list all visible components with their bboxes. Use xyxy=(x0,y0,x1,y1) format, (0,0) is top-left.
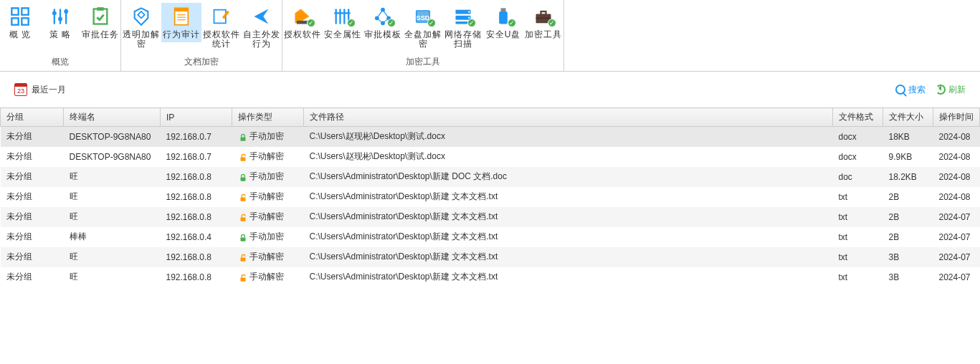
approval-icon xyxy=(90,6,111,27)
col-op-time[interactable]: 操作时间 xyxy=(933,108,980,127)
cell-terminal: 旺 xyxy=(64,267,161,287)
cell-size: 2B xyxy=(883,207,933,227)
svg-rect-42 xyxy=(541,11,546,15)
ribbon-button-label: 行为审计 xyxy=(163,30,200,39)
col-op-type[interactable]: 操作类型 xyxy=(232,108,304,127)
svg-point-7 xyxy=(52,11,57,15)
policy-icon xyxy=(49,6,71,27)
table-row[interactable]: 未分组旺192.168.0.8 手动解密C:\Users\Administrat… xyxy=(1,247,980,267)
lock-closed-icon xyxy=(238,173,247,181)
cell-size: 2B xyxy=(883,187,933,207)
col-path[interactable]: 文件路径 xyxy=(304,108,833,127)
ribbon-template-button[interactable]: ✓审批模板 xyxy=(363,3,403,42)
cell-ip: 192.168.0.8 xyxy=(161,167,232,187)
ribbon-software-stats-button[interactable]: 授权软件统计 xyxy=(201,3,242,52)
cell-ip: 192.168.0.8 xyxy=(161,187,232,207)
cell-format: txt xyxy=(833,207,883,227)
cell-terminal: 旺 xyxy=(64,187,161,207)
col-terminal[interactable]: 终端名 xyxy=(64,108,161,127)
op-type-label: 手动解密 xyxy=(249,211,284,223)
audit-icon xyxy=(171,6,192,27)
cell-terminal: 旺 xyxy=(64,247,161,267)
cell-size: 18KB xyxy=(883,127,933,147)
ribbon-group: 透明加解密行为审计授权软件统计自主外发行为文档加密 xyxy=(121,0,282,71)
cell-op-type: 手动解密 xyxy=(232,187,304,207)
ribbon-policy-button[interactable]: 策 略 xyxy=(40,3,80,42)
table-row[interactable]: 未分组旺192.168.0.8 手动加密C:\Users\Administrat… xyxy=(1,167,980,187)
cell-terminal: 旺 xyxy=(64,207,161,227)
lock-open-icon xyxy=(238,193,247,201)
ribbon-button-label: 加密工具 xyxy=(525,30,562,39)
audit-table: 分组 终端名 IP 操作类型 文件路径 文件格式 文件大小 操作时间 未分组DE… xyxy=(0,107,980,287)
ribbon-full-disk-button[interactable]: SSD✓全盘加解密 xyxy=(403,3,443,52)
cell-size: 9.9KB xyxy=(883,147,933,167)
svg-rect-0 xyxy=(11,8,18,14)
cell-group: 未分组 xyxy=(1,167,64,187)
col-size[interactable]: 文件大小 xyxy=(883,108,933,127)
cell-group: 未分组 xyxy=(1,127,64,147)
ribbon-net-storage-button[interactable]: ✓网络存储扫描 xyxy=(443,3,483,52)
cell-op-time: 2024-08 xyxy=(933,167,980,187)
lock-open-icon xyxy=(238,213,247,221)
cell-ip: 192.168.0.8 xyxy=(161,247,232,267)
cell-size: 3B xyxy=(883,267,933,287)
shield-badge-icon: ✓ xyxy=(427,19,436,27)
table-row[interactable]: 未分组旺192.168.0.8 手动解密C:\Users\Administrat… xyxy=(1,267,980,287)
refresh-button[interactable]: 刷新 xyxy=(936,84,966,96)
refresh-label: 刷新 xyxy=(948,84,966,96)
cell-op-time: 2024-07 xyxy=(933,247,980,267)
op-type-label: 手动解密 xyxy=(249,251,284,263)
cell-path: C:\Users\赵现彬\Desktop\测试.docx xyxy=(304,127,833,147)
date-range-picker[interactable]: 23 最近一月 xyxy=(14,83,66,96)
ribbon-outgoing-button[interactable]: 自主外发行为 xyxy=(242,3,282,52)
cell-group: 未分组 xyxy=(1,147,64,167)
ribbon-auth-software-button[interactable]: ✓授权软件 xyxy=(282,3,323,42)
cell-ip: 192.168.0.7 xyxy=(161,127,232,147)
col-group[interactable]: 分组 xyxy=(1,108,64,127)
ribbon-overview-button[interactable]: 概 览 xyxy=(0,3,40,42)
cell-size: 3B xyxy=(883,247,933,267)
svg-line-28 xyxy=(377,10,383,19)
table-row[interactable]: 未分组旺192.168.0.8 手动解密C:\Users\Administrat… xyxy=(1,207,980,227)
ribbon-audit-button[interactable]: 行为审计 xyxy=(161,3,201,42)
cell-format: txt xyxy=(833,267,883,287)
ribbon-group-label: 文档加密 xyxy=(121,53,282,71)
cell-terminal: 棒棒 xyxy=(64,227,161,247)
col-ip[interactable]: IP xyxy=(161,108,232,127)
ribbon-transparent-button[interactable]: 透明加解密 xyxy=(121,3,161,52)
svg-rect-39 xyxy=(501,8,506,11)
ribbon-approval-button[interactable]: 审批任务 xyxy=(80,3,120,42)
svg-point-9 xyxy=(64,9,68,14)
cell-format: docx xyxy=(833,127,883,147)
cell-group: 未分组 xyxy=(1,247,64,267)
ribbon-group: 概 览策 略审批任务概览 xyxy=(0,0,121,71)
svg-point-37 xyxy=(468,11,470,12)
col-format[interactable]: 文件格式 xyxy=(833,108,883,127)
ribbon-group-label: 加密工具 xyxy=(282,53,563,71)
cell-op-type: 手动解密 xyxy=(232,247,304,267)
shield-badge-icon: ✓ xyxy=(467,19,476,27)
search-button[interactable]: 搜索 xyxy=(895,84,926,96)
ribbon-tools-button[interactable]: ✓加密工具 xyxy=(523,3,563,42)
shield-badge-icon: ✓ xyxy=(508,19,516,27)
cell-terminal: 旺 xyxy=(64,167,161,187)
table-row[interactable]: 未分组旺192.168.0.8 手动解密C:\Users\Administrat… xyxy=(1,187,980,207)
table-row[interactable]: 未分组DESKTOP-9G8NA80192.168.0.7 手动解密C:\Use… xyxy=(1,147,980,167)
ribbon-button-label: 审批任务 xyxy=(82,30,119,39)
shield-badge-icon: ✓ xyxy=(347,19,356,27)
overview-icon xyxy=(9,6,31,27)
cell-path: C:\Users\Administrator\Desktop\新建 DOC 文档… xyxy=(304,167,833,187)
cell-path: C:\Users\Administrator\Desktop\新建 文本文档.t… xyxy=(304,187,833,207)
ribbon-button-label: 审批模板 xyxy=(364,30,401,39)
software-stats-icon xyxy=(211,6,232,27)
svg-rect-48 xyxy=(240,217,245,221)
lock-open-icon xyxy=(238,253,247,262)
table-row[interactable]: 未分组棒棒192.168.0.4 手动加密C:\Users\Administra… xyxy=(1,227,980,247)
ribbon-sec-attr-button[interactable]: ✓安全属性 xyxy=(323,3,363,42)
table-row[interactable]: 未分组DESKTOP-9G8NA80192.168.0.7 手动加密C:\Use… xyxy=(1,127,980,147)
ribbon-button-label: 安全属性 xyxy=(324,30,361,39)
cell-op-time: 2024-07 xyxy=(933,207,980,227)
svg-rect-46 xyxy=(240,177,245,181)
svg-rect-45 xyxy=(240,157,245,161)
ribbon-usb-button[interactable]: ✓安全U盘 xyxy=(483,3,523,42)
